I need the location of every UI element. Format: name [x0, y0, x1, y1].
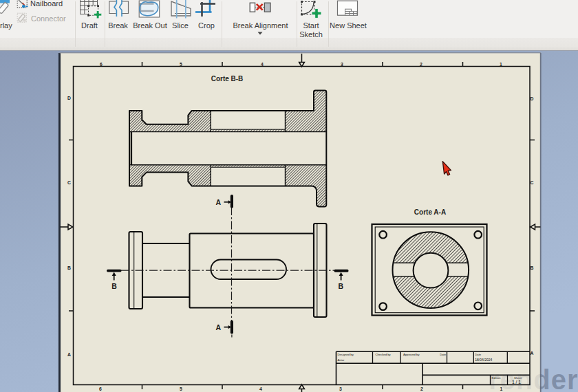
svg-text:6: 6: [99, 386, 102, 391]
svg-text:5: 5: [180, 386, 182, 391]
svg-text:4: 4: [259, 386, 262, 391]
svg-text:B: B: [339, 282, 344, 290]
svg-text:Designed by: Designed by: [338, 353, 354, 356]
svg-text:B: B: [67, 265, 71, 270]
svg-text:4: 4: [261, 62, 264, 67]
svg-text:2: 2: [420, 62, 422, 67]
svg-text:1: 1: [500, 62, 502, 67]
svg-text:Checked by: Checked by: [376, 353, 392, 356]
svg-text:D: D: [531, 96, 534, 101]
svg-text:Airtor: Airtor: [338, 358, 345, 362]
svg-text:B: B: [111, 282, 117, 290]
svg-text:A: A: [67, 352, 71, 357]
svg-text:Corte B-B: Corte B-B: [211, 75, 244, 83]
svg-text:A: A: [216, 323, 222, 331]
svg-text:Approved by: Approved by: [403, 353, 420, 356]
svg-text:C: C: [67, 180, 71, 185]
svg-text:18/04/2024: 18/04/2024: [475, 358, 492, 362]
svg-text:A: A: [531, 351, 534, 356]
svg-text:B: B: [531, 265, 534, 270]
svg-text:Date: Date: [440, 353, 447, 356]
svg-text:6: 6: [100, 62, 103, 67]
svg-text:3: 3: [339, 386, 342, 391]
svg-text:Date: Date: [475, 353, 482, 356]
svg-text:C: C: [531, 180, 534, 185]
svg-text:2: 2: [420, 386, 423, 391]
svg-text:Corte A-A: Corte A-A: [414, 208, 446, 216]
svg-text:3: 3: [341, 62, 343, 67]
svg-text:D: D: [67, 96, 71, 100]
svg-text:5: 5: [180, 62, 182, 67]
svg-text:A: A: [216, 198, 222, 206]
